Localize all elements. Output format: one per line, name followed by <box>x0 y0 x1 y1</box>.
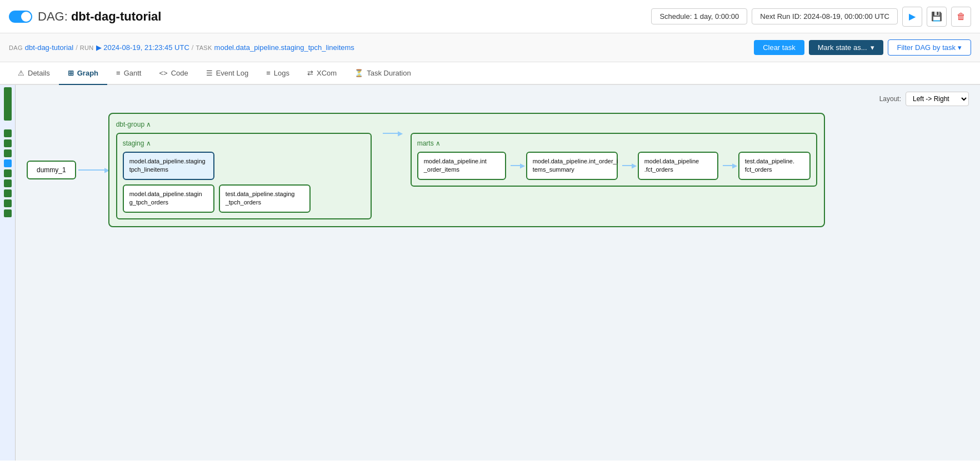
dag-breadcrumb-label: DAG <box>9 44 23 51</box>
marts-group-label: marts ∧ <box>417 139 811 147</box>
node-staging-orders[interactable]: model.data_pipeline.staging_tpch_orders <box>123 184 214 213</box>
tab-logs[interactable]: ≡ Logs <box>257 62 298 85</box>
dag-graph: dummy_1 ▶ dbt-group ∧ staging ∧ <box>27 113 969 227</box>
tab-gantt[interactable]: ≡ Gantt <box>107 62 150 85</box>
tab-eventlog[interactable]: ☰ Event Log <box>197 62 258 85</box>
sidebar-block-3 <box>4 149 12 157</box>
sub-header: DAG dbt-dag-tutorial / Run ▶ 2024-08-19,… <box>0 33 980 62</box>
tab-xcom[interactable]: ⇄ XCom <box>298 62 346 85</box>
left-sidebar <box>0 85 16 461</box>
taskduration-icon: ⏳ <box>354 69 363 77</box>
staging-nodes: model.data_pipeline.stagingtpch_lineitem… <box>123 152 365 213</box>
node-int-order-items-summary[interactable]: model.data_pipeline.int_order_items_summ… <box>526 152 618 180</box>
sidebar-block-5 <box>4 179 12 187</box>
schedule-badge: Schedule: 1 day, 0:00:00 <box>651 8 747 24</box>
save-button[interactable]: 💾 <box>927 7 947 27</box>
node-fct-orders[interactable]: model.data_pipeline.fct_orders <box>638 152 718 180</box>
sidebar-block-7 <box>4 199 12 207</box>
warning-icon: ⚠ <box>18 69 24 77</box>
sidebar-block-active <box>4 159 12 167</box>
layout-select[interactable]: Left -> Right Top -> Bottom <box>906 92 969 106</box>
layout-label: Layout: <box>879 95 901 103</box>
sidebar-block-4 <box>4 169 12 177</box>
dbt-group-label: dbt-group ∧ <box>116 121 817 128</box>
graph-canvas[interactable]: Layout: Left -> Right Top -> Bottom dumm… <box>16 85 980 461</box>
clear-task-button[interactable]: Clear task <box>754 40 804 55</box>
gantt-icon: ≡ <box>116 69 121 77</box>
marts-group: marts ∧ model.data_pipeline.int_order_it… <box>411 133 817 187</box>
staging-group: staging ∧ model.data_pipeline.stagingtpc… <box>116 133 372 219</box>
layout-selector: Layout: Left -> Right Top -> Bottom <box>879 92 969 106</box>
code-icon: <> <box>159 69 167 77</box>
node-test-staging-orders[interactable]: test.data_pipeline.staging_tpch_orders <box>219 184 311 213</box>
xcom-icon: ⇄ <box>307 69 313 77</box>
delete-button[interactable]: 🗑 <box>951 7 971 27</box>
node-dummy-1[interactable]: dummy_1 <box>27 161 76 179</box>
header-left: DAG: dbt-dag-tutorial <box>9 9 161 24</box>
groups-row: staging ∧ model.data_pipeline.stagingtpc… <box>116 133 817 219</box>
dbt-group-container: dbt-group ∧ staging ∧ model.data_pipelin… <box>108 113 825 227</box>
graph-icon: ⊞ <box>68 69 74 77</box>
main-area: Layout: Left -> Right Top -> Bottom dumm… <box>0 85 980 461</box>
dag-toggle[interactable] <box>9 11 32 23</box>
sidebar-block-2 <box>4 139 12 147</box>
breadcrumb: DAG dbt-dag-tutorial / Run ▶ 2024-08-19,… <box>9 43 354 52</box>
eventlog-icon: ☰ <box>206 69 213 77</box>
node-staging-lineitems[interactable]: model.data_pipeline.stagingtpch_lineitem… <box>123 152 214 180</box>
sub-actions: Clear task Mark state as... ▾ Filter DAG… <box>754 39 971 56</box>
task-breadcrumb-label: Task <box>196 44 212 51</box>
dag-breadcrumb-value[interactable]: dbt-dag-tutorial <box>25 43 73 52</box>
tab-code[interactable]: <> Code <box>150 62 197 85</box>
sidebar-block-6 <box>4 189 12 197</box>
run-breadcrumb-label: Run <box>80 44 94 51</box>
sidebar-block-1 <box>4 129 12 137</box>
tab-graph[interactable]: ⊞ Graph <box>59 62 107 85</box>
node-test-fct-orders[interactable]: test.data_pipeline.fct_orders <box>738 152 811 180</box>
filter-dag-button[interactable]: Filter DAG by task ▾ <box>888 39 971 56</box>
sidebar-block-8 <box>4 209 12 217</box>
top-header: DAG: dbt-dag-tutorial Schedule: 1 day, 0… <box>0 0 980 33</box>
play-button[interactable]: ▶ <box>902 7 922 27</box>
run-breadcrumb-value[interactable]: ▶ 2024-08-19, 21:23:45 UTC <box>96 43 189 52</box>
tab-details[interactable]: ⚠ Details <box>9 62 59 85</box>
task-breadcrumb-value[interactable]: model.data_pipeline.staging_tpch_lineite… <box>214 43 354 52</box>
header-right: Schedule: 1 day, 0:00:00 Next Run ID: 20… <box>651 7 971 27</box>
sidebar-block-large <box>4 87 12 121</box>
logs-icon: ≡ <box>266 69 271 77</box>
tabs-bar: ⚠ Details ⊞ Graph ≡ Gantt <> Code ☰ Even… <box>0 62 980 85</box>
node-int-order-items[interactable]: model.data_pipeline.int_order_items <box>417 152 506 180</box>
nextrun-badge: Next Run ID: 2024-08-19, 00:00:00 UTC <box>752 8 898 24</box>
dag-title: DAG: dbt-dag-tutorial <box>38 9 161 24</box>
mark-state-button[interactable]: Mark state as... ▾ <box>809 40 883 55</box>
staging-group-label: staging ∧ <box>123 139 365 147</box>
tab-taskduration[interactable]: ⏳ Task Duration <box>346 62 419 85</box>
